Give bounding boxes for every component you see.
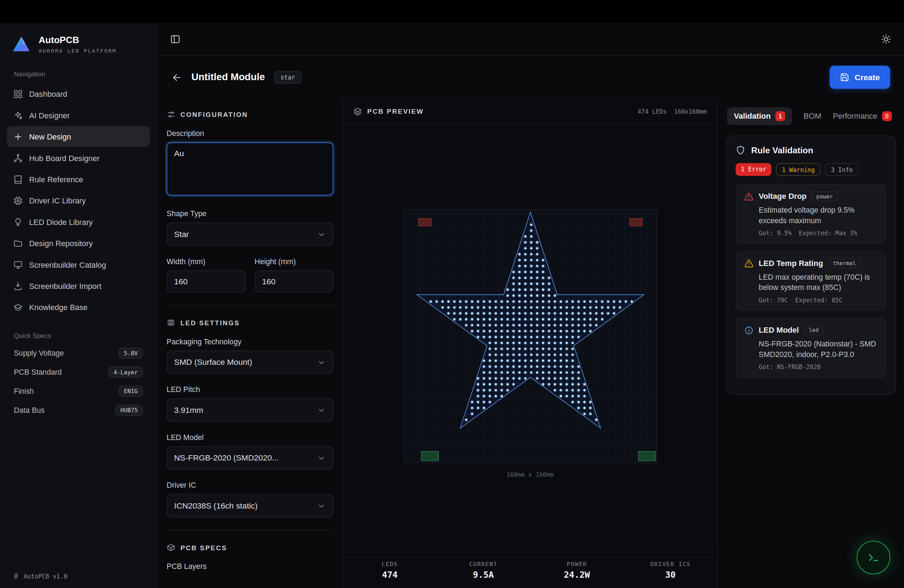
description-input[interactable]: Au: [167, 142, 333, 195]
rule-validation-header: Rule Validation: [736, 145, 886, 155]
page-title: Untitled Module: [191, 71, 265, 83]
shape-type-select[interactable]: Star: [167, 223, 333, 245]
quick-spec-row: FinishENIG: [0, 382, 157, 401]
quick-spec-value: ENIG: [119, 386, 143, 397]
pcb-specs-title: PCB SPECS: [180, 544, 227, 551]
sidebar-item-rule-reference[interactable]: Rule Reference: [7, 169, 150, 190]
divider: [167, 530, 333, 530]
height-field: Height (mm): [254, 257, 333, 292]
stat-power: POWER24.2W: [530, 561, 624, 580]
pcb-layers-field: PCB Layers: [167, 562, 333, 571]
sidebar-item-label: Screenbuilder Import: [29, 282, 101, 290]
sidebar-item-screenbuilder-catalog[interactable]: Screenbuilder Catalog: [7, 254, 150, 275]
back-button[interactable]: [171, 72, 182, 83]
terminal-icon: [867, 551, 880, 564]
preview-header: PCB PREVIEW 474 LEDs 160x160mm: [343, 98, 717, 124]
tab-badge: D: [882, 111, 892, 121]
sidebar-item-label: Rule Reference: [29, 175, 83, 183]
driver-ic-value: ICN2038S (16ch static): [174, 501, 258, 510]
rule-validation-title: Rule Validation: [751, 145, 813, 155]
driver-ic-select[interactable]: ICN2038S (16ch static): [167, 494, 333, 517]
width-field: Width (mm): [167, 257, 245, 292]
create-button-label: Create: [855, 73, 880, 82]
summary-pill-info: 3 Info: [825, 163, 859, 176]
sidebar-item-design-repository[interactable]: Design Repository: [7, 233, 150, 254]
stat-value: 30: [624, 569, 717, 580]
validation-card-head: LED Temp Ratingthermal: [744, 259, 877, 269]
plus-icon: [13, 132, 23, 141]
chevron-down-icon: [317, 406, 326, 414]
sidebar-item-label: Hub Board Designer: [29, 153, 100, 162]
validation-card-head: Voltage Droppower: [744, 191, 877, 201]
quick-spec-value: 4-Layer: [108, 367, 143, 378]
package-icon: [167, 543, 175, 552]
sidebar-footer: AutoPCB v1.0: [0, 564, 157, 588]
led-settings-title: LED SETTINGS: [180, 319, 240, 326]
stat-label: POWER: [530, 561, 624, 567]
sidebar-item-label: AI Designer: [29, 111, 70, 119]
tab-bom[interactable]: BOM: [804, 112, 821, 120]
terminal-button[interactable]: [857, 541, 890, 574]
app-name: AutoPCB: [38, 35, 117, 46]
layers-icon: [354, 107, 362, 115]
configuration-panel: CONFIGURATION Description Au Shape Type …: [158, 98, 343, 588]
tab-badge: 1: [776, 111, 785, 121]
packaging-select[interactable]: SMD (Surface Mount): [167, 351, 333, 374]
preview-canvas[interactable]: 160mm x 160mm: [343, 125, 717, 552]
tab-performance[interactable]: PerformanceD: [833, 111, 891, 121]
cpu-icon: [13, 196, 23, 205]
grid-icon: [13, 89, 23, 99]
school-icon: [13, 303, 23, 312]
sidebar-item-dashboard[interactable]: Dashboard: [7, 84, 150, 104]
packaging-value: SMD (Surface Mount): [174, 357, 252, 367]
configuration-title: CONFIGURATION: [180, 111, 248, 118]
sliders-icon: [167, 110, 175, 119]
configuration-header: CONFIGURATION: [167, 110, 333, 119]
validation-tag: led: [804, 325, 823, 335]
led-pitch-field: LED Pitch 3.91mm: [167, 385, 333, 422]
rule-validation-panel: Rule Validation 1 Error1 Warning3 Info V…: [726, 136, 896, 395]
height-input[interactable]: [254, 270, 333, 292]
quick-spec-value: HUB75: [115, 405, 143, 416]
zap-icon: [13, 572, 20, 580]
create-button[interactable]: Create: [830, 66, 890, 89]
theme-toggle-icon[interactable]: [881, 34, 891, 44]
led-pitch-select[interactable]: 3.91mm: [167, 398, 333, 421]
validation-card-head: LED Modelled: [744, 325, 877, 335]
page-header: Untitled Module star Create: [158, 56, 904, 98]
sidebar-item-led-diode-library[interactable]: LED Diode Library: [7, 212, 150, 232]
sidebar-item-screenbuilder-import[interactable]: Screenbuilder Import: [7, 275, 150, 296]
sidebar-toggle-icon[interactable]: [170, 34, 180, 44]
chevron-down-icon: [317, 501, 326, 510]
quick-spec-label: PCB Standard: [14, 368, 62, 376]
quick-spec-value: 5.0V: [119, 348, 143, 359]
sidebar-item-driver-ic-library[interactable]: Driver IC Library: [7, 190, 150, 211]
description-label: Description: [167, 129, 333, 138]
led-model-field: LED Model NS-FRGB-2020 (SMD2020...: [167, 433, 333, 469]
width-label: Width (mm): [167, 257, 245, 266]
stat-label: CURRENT: [436, 561, 530, 567]
divider: [167, 305, 333, 306]
monitor-icon: [13, 260, 23, 269]
stat-leds: LEDS474: [343, 561, 436, 580]
sidebar-item-knowledge-base[interactable]: Knowledge Base: [7, 297, 150, 318]
shield-icon: [736, 145, 746, 155]
led-model-select[interactable]: NS-FRGB-2020 (SMD2020...: [167, 446, 333, 469]
sidebar-item-new-design[interactable]: New Design: [7, 126, 150, 147]
preview-title-group: PCB PREVIEW: [354, 107, 424, 115]
sidebar: AutoPCB AURORA LED PLATFORM Navigation D…: [0, 23, 158, 588]
tab-validation[interactable]: Validation1: [727, 107, 792, 125]
save-icon: [840, 73, 849, 82]
sidebar-item-hub-board-designer[interactable]: Hub Board Designer: [7, 148, 150, 168]
import-icon: [13, 281, 23, 291]
shape-type-value: Star: [174, 229, 189, 239]
info-icon: [744, 326, 754, 335]
topbar: [158, 23, 904, 56]
validation-list: Voltage DroppowerEstimated voltage drop …: [736, 184, 886, 378]
network-icon: [13, 153, 23, 163]
sidebar-item-ai-designer[interactable]: AI Designer: [7, 105, 150, 126]
alert-icon: [744, 259, 754, 268]
app-root: AutoPCB AURORA LED PLATFORM Navigation D…: [0, 0, 904, 588]
width-input[interactable]: [167, 270, 245, 292]
quick-spec-label: Data Bus: [14, 406, 44, 414]
